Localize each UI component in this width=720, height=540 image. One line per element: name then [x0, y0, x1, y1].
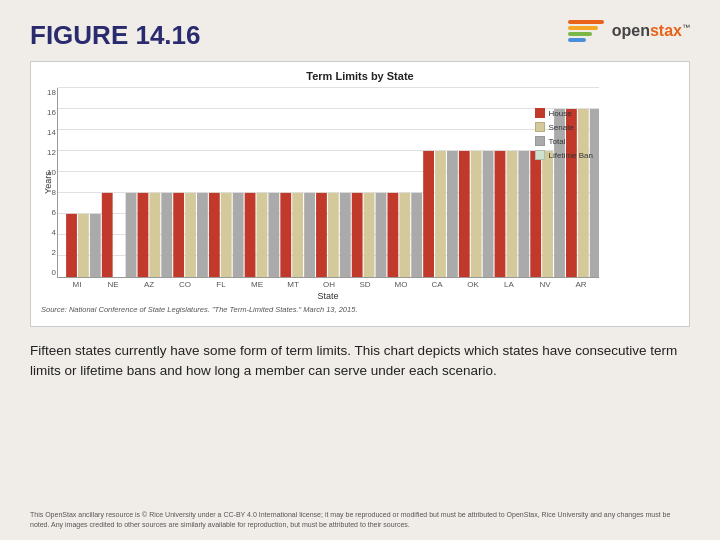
x-label-ok: OK: [455, 278, 491, 289]
svg-rect-25: [364, 193, 375, 277]
y-label-18: 18: [30, 88, 56, 97]
svg-rect-0: [66, 214, 77, 277]
svg-rect-28: [399, 193, 410, 277]
legend-item-house: House: [535, 108, 593, 118]
svg-rect-37: [506, 151, 517, 277]
svg-rect-5: [126, 193, 137, 277]
svg-rect-7: [149, 193, 160, 277]
svg-rect-20: [304, 193, 315, 277]
x-label-mt: MT: [275, 278, 311, 289]
svg-rect-33: [459, 151, 470, 277]
svg-rect-26: [376, 193, 387, 277]
svg-rect-36: [495, 151, 506, 277]
x-label-ca: CA: [419, 278, 455, 289]
y-label-16: 16: [30, 108, 56, 117]
svg-rect-11: [197, 193, 208, 277]
svg-rect-21: [316, 193, 327, 277]
svg-rect-24: [352, 193, 363, 277]
x-label-fl: FL: [203, 278, 239, 289]
svg-rect-32: [447, 151, 458, 277]
svg-rect-14: [233, 193, 244, 277]
x-label-oh: OH: [311, 278, 347, 289]
svg-rect-6: [138, 193, 149, 277]
logo-tm: ™: [682, 23, 690, 32]
legend-item-ban: Lifetime Ban: [535, 150, 593, 160]
y-label-14: 14: [30, 128, 56, 137]
logo-line-3: [568, 32, 592, 36]
logo: openstax™: [568, 20, 690, 42]
svg-rect-2: [90, 214, 101, 277]
svg-rect-38: [518, 151, 529, 277]
legend: House Senate Total Lifetime Ban: [535, 108, 593, 160]
svg-rect-34: [471, 151, 482, 277]
legend-label-house: House: [549, 109, 572, 118]
svg-rect-1: [78, 214, 89, 277]
logo-stax: stax: [650, 22, 682, 39]
svg-rect-17: [268, 193, 279, 277]
chart-container: Term Limits by State Years 0 2 4 6 8 10 …: [30, 61, 690, 327]
x-label-la: LA: [491, 278, 527, 289]
svg-rect-9: [173, 193, 184, 277]
y-label-6: 6: [30, 208, 56, 217]
logo-line-1: [568, 20, 604, 24]
x-label-sd: SD: [347, 278, 383, 289]
y-labels: 0 2 4 6 8 10 12 14 16 18: [30, 88, 56, 277]
legend-label-total: Total: [549, 137, 566, 146]
svg-rect-23: [340, 193, 351, 277]
svg-rect-15: [245, 193, 256, 277]
svg-rect-29: [411, 193, 422, 277]
footer: This OpenStax ancillary resource is © Ri…: [30, 502, 690, 530]
logo-line-4: [568, 38, 586, 42]
y-label-12: 12: [30, 148, 56, 157]
source-text: Source: National Conference of State Leg…: [41, 305, 679, 314]
header: FIGURE 14.16 openstax™: [30, 20, 690, 51]
chart-area: Years 0 2 4 6 8 10 12 14 16 18: [41, 88, 679, 278]
legend-label-senate: Senate: [549, 123, 574, 132]
logo-lines: [568, 20, 604, 42]
svg-rect-10: [185, 193, 196, 277]
svg-rect-40: [542, 151, 553, 277]
x-label-ne: NE: [95, 278, 131, 289]
x-label-mo: MO: [383, 278, 419, 289]
y-label-0: 0: [30, 268, 56, 277]
svg-rect-35: [483, 151, 494, 277]
svg-rect-39: [530, 151, 541, 277]
y-label-2: 2: [30, 248, 56, 257]
y-label-8: 8: [30, 188, 56, 197]
svg-rect-22: [328, 193, 339, 277]
legend-label-ban: Lifetime Ban: [549, 151, 593, 160]
legend-box-ban: [535, 150, 545, 160]
svg-rect-19: [292, 193, 303, 277]
logo-open: open: [612, 22, 650, 39]
description: Fifteen states currently have some form …: [30, 341, 690, 382]
x-label-me: ME: [239, 278, 275, 289]
logo-text: openstax™: [612, 22, 690, 40]
svg-rect-16: [257, 193, 268, 277]
x-label-nv: NV: [527, 278, 563, 289]
svg-rect-8: [161, 193, 172, 277]
y-label-10: 10: [30, 168, 56, 177]
bars-svg: [58, 88, 599, 277]
svg-rect-12: [209, 193, 220, 277]
page: FIGURE 14.16 openstax™ Term Limits by St…: [0, 0, 720, 540]
logo-line-2: [568, 26, 598, 30]
legend-box-total: [535, 136, 545, 146]
svg-rect-18: [280, 193, 291, 277]
svg-rect-30: [423, 151, 434, 277]
legend-item-senate: Senate: [535, 122, 593, 132]
svg-rect-27: [387, 193, 398, 277]
chart-inner: 0 2 4 6 8 10 12 14 16 18: [57, 88, 599, 278]
x-label-mi: MI: [59, 278, 95, 289]
x-label-ar: AR: [563, 278, 599, 289]
legend-box-senate: [535, 122, 545, 132]
x-label-az: AZ: [131, 278, 167, 289]
legend-item-total: Total: [535, 136, 593, 146]
svg-rect-3: [102, 193, 113, 277]
chart-title: Term Limits by State: [41, 70, 679, 82]
figure-title: FIGURE 14.16: [30, 20, 201, 51]
x-label-co: CO: [167, 278, 203, 289]
x-axis-title: State: [57, 291, 599, 301]
y-label-4: 4: [30, 228, 56, 237]
legend-box-house: [535, 108, 545, 118]
x-labels: MI NE AZ CO FL ME MT OH SD MO CA OK LA N…: [57, 278, 599, 289]
